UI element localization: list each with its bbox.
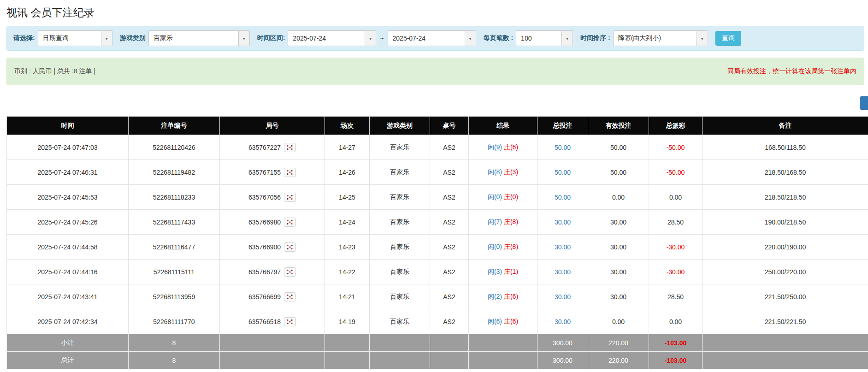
total-bet-link[interactable]: 30.00 bbox=[555, 293, 571, 301]
footer-empty-cell bbox=[220, 334, 325, 352]
table-row: 2025-07-24 07:45:26522681117433635766980… bbox=[7, 210, 868, 235]
column-header: 总派彩 bbox=[649, 117, 703, 135]
search-button[interactable]: 查询 bbox=[715, 31, 741, 46]
total-bet-link[interactable]: 50.00 bbox=[555, 194, 571, 201]
game-result-icon[interactable] bbox=[284, 193, 296, 202]
bet-id-cell: 522681115111 bbox=[129, 260, 220, 284]
round-id: 635766980 bbox=[248, 218, 281, 226]
game-result-icon[interactable] bbox=[284, 292, 296, 301]
player-result: 闲(7) bbox=[488, 218, 502, 225]
player-result: 闲(8) bbox=[488, 168, 502, 176]
game-type-cell: 百家乐 bbox=[370, 135, 430, 160]
bet-id-cell: 522681118233 bbox=[129, 185, 220, 210]
valid-bet-cell: 50.00 bbox=[588, 160, 649, 185]
round-id: 635766699 bbox=[248, 293, 281, 301]
side-action-button[interactable] bbox=[860, 96, 868, 110]
result-cell: 闲(0) 庄(0) bbox=[469, 185, 537, 210]
footer-empty-cell bbox=[370, 334, 430, 352]
footer-label-cell: 小计 bbox=[7, 334, 129, 352]
time-cell: 2025-07-24 07:42:34 bbox=[7, 309, 129, 334]
table-no-cell: AS2 bbox=[430, 235, 469, 260]
bet-records-table: 时间注单编号局号场次游戏类别桌号结果总投注有效投注总派彩备注 2025-07-2… bbox=[6, 116, 868, 369]
footer-valid-bet-cell: 220.00 bbox=[588, 352, 649, 369]
bet-records-table-wrap: 时间注单编号局号场次游戏类别桌号结果总投注有效投注总派彩备注 2025-07-2… bbox=[6, 116, 868, 369]
note-cell: 218.50/218.50 bbox=[703, 185, 868, 210]
chevron-down-icon[interactable]: ▾ bbox=[561, 31, 573, 46]
date-to-value: 2025-07-24 bbox=[388, 31, 465, 46]
column-header: 局号 bbox=[220, 117, 325, 135]
payout-value: -30.00 bbox=[667, 268, 685, 276]
payout-cell: 0.00 bbox=[649, 185, 703, 210]
payout-cell: -30.00 bbox=[649, 235, 703, 260]
total-bet-link[interactable]: 30.00 bbox=[555, 218, 571, 226]
column-header: 注单编号 bbox=[129, 117, 220, 135]
column-header: 备注 bbox=[703, 117, 868, 135]
total-bet-cell: 30.00 bbox=[537, 210, 588, 235]
result-cell: 闲(3) 庄(1) bbox=[469, 260, 537, 284]
game-type-cell: 百家乐 bbox=[370, 160, 430, 185]
player-result: 闲(0) bbox=[488, 193, 502, 201]
chevron-down-icon[interactable]: ▾ bbox=[465, 31, 476, 46]
payout-value: 0.00 bbox=[669, 318, 682, 325]
subtotal-row: 小计8300.00220.00-103.00 bbox=[7, 334, 868, 352]
footer-total-bet-cell: 300.00 bbox=[537, 334, 588, 352]
round-id: 635766518 bbox=[248, 318, 281, 325]
total-bet-link[interactable]: 30.00 bbox=[555, 268, 571, 276]
payout-value: -30.00 bbox=[667, 243, 685, 251]
result-cell: 闲(6) 庄(6) bbox=[469, 309, 537, 334]
note-cell: 190.00/218.50 bbox=[703, 210, 868, 235]
summary-bar: 币别 : 人民币 | 总共 :8 注单 | 同局有效投注，统一计算在该局第一张注… bbox=[6, 58, 864, 85]
total-bet-cell: 50.00 bbox=[537, 185, 588, 210]
chevron-down-icon[interactable]: ▾ bbox=[101, 31, 112, 46]
total-bet-link[interactable]: 50.00 bbox=[555, 169, 571, 176]
page-size-value: 100 bbox=[516, 31, 561, 46]
footer-count-cell: 8 bbox=[129, 334, 220, 352]
total-bet-link[interactable]: 30.00 bbox=[555, 243, 571, 251]
game-type-value: 百家乐 bbox=[149, 31, 238, 46]
round-id: 635767227 bbox=[248, 144, 281, 151]
table-row: 2025-07-24 07:45:53522681118233635767056… bbox=[7, 185, 868, 210]
game-result-icon[interactable] bbox=[284, 267, 296, 277]
column-header: 游戏类别 bbox=[370, 117, 430, 135]
game-type-select[interactable]: 百家乐 ▾ bbox=[148, 30, 250, 46]
total-bet-cell: 30.00 bbox=[537, 284, 588, 309]
valid-bet-cell: 30.00 bbox=[588, 284, 649, 309]
total-bet-link[interactable]: 50.00 bbox=[555, 144, 571, 151]
table-row: 2025-07-24 07:44:16522681115111635766797… bbox=[7, 260, 868, 284]
note-cell: 221.50/221.50 bbox=[703, 309, 868, 334]
sort-order-select[interactable]: 降幂(由大到小) ▾ bbox=[613, 30, 708, 46]
total-bet-link[interactable]: 30.00 bbox=[555, 318, 571, 325]
game-result-icon[interactable] bbox=[284, 143, 296, 152]
footer-empty-cell bbox=[370, 352, 430, 369]
chevron-down-icon[interactable]: ▾ bbox=[365, 31, 376, 46]
table-no-cell: AS2 bbox=[430, 135, 469, 160]
game-result-icon[interactable] bbox=[284, 218, 296, 227]
grand-total-row: 总计8300.00220.00-103.00 bbox=[7, 352, 868, 369]
player-result: 闲(6) bbox=[488, 318, 502, 325]
footer-empty-cell bbox=[325, 334, 370, 352]
game-result-icon[interactable] bbox=[284, 317, 296, 326]
total-bet-cell: 50.00 bbox=[537, 135, 588, 160]
table-no-cell: AS2 bbox=[430, 210, 469, 235]
game-result-icon[interactable] bbox=[284, 168, 296, 177]
date-to-input[interactable]: 2025-07-24 ▾ bbox=[388, 30, 476, 46]
banker-result: 庄(6) bbox=[504, 143, 518, 151]
chevron-down-icon[interactable]: ▾ bbox=[238, 31, 249, 46]
session-cell: 14-21 bbox=[325, 284, 370, 309]
chevron-down-icon[interactable]: ▾ bbox=[697, 31, 708, 46]
page-size-select[interactable]: 100 ▾ bbox=[516, 30, 573, 46]
result-cell: 闲(2) 庄(6) bbox=[469, 284, 537, 309]
game-result-icon[interactable] bbox=[284, 242, 296, 252]
date-range-separator: ~ bbox=[380, 35, 384, 42]
date-from-input[interactable]: 2025-07-24 ▾ bbox=[288, 30, 376, 46]
total-bet-cell: 30.00 bbox=[537, 235, 588, 260]
session-cell: 14-27 bbox=[325, 135, 370, 160]
date-from-value: 2025-07-24 bbox=[288, 31, 365, 46]
time-cell: 2025-07-24 07:46:31 bbox=[7, 160, 129, 185]
footer-empty-cell bbox=[325, 352, 370, 369]
note-cell: 218.50/168.50 bbox=[703, 160, 868, 185]
result-cell: 闲(9) 庄(6) bbox=[469, 135, 537, 160]
footer-empty-cell bbox=[469, 334, 537, 352]
payout-cell: -50.00 bbox=[649, 160, 703, 185]
query-type-select[interactable]: 日期查询 ▾ bbox=[38, 30, 112, 46]
